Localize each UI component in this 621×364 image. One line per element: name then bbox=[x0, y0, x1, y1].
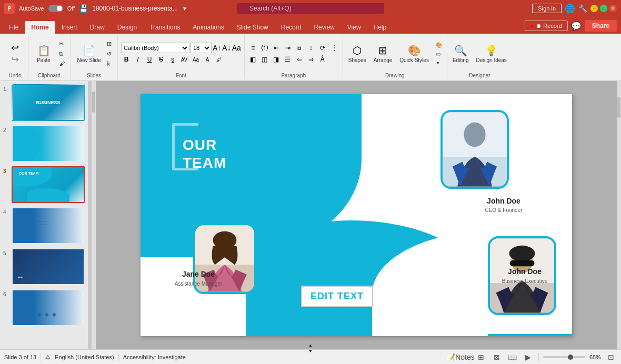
align-right-button[interactable]: ◨ bbox=[271, 54, 282, 65]
font-color-button[interactable]: A bbox=[202, 54, 213, 65]
decrease-indent-button[interactable]: ⇤ bbox=[271, 43, 282, 53]
new-slide-button[interactable]: 📄 New Slide bbox=[75, 43, 103, 65]
slide-scroll-thumb[interactable] bbox=[617, 97, 620, 118]
copy-button[interactable]: ⧉ bbox=[57, 49, 66, 58]
dropdown-arrow[interactable]: ▼ bbox=[182, 6, 187, 12]
shadow-button[interactable]: S̲ bbox=[167, 54, 178, 65]
bullets-button[interactable]: ≡ bbox=[248, 43, 258, 53]
slide-thumb-1[interactable]: 1 BUSINESS bbox=[2, 83, 86, 122]
cut-button[interactable]: ✂ bbox=[57, 39, 66, 48]
increase-indent-button[interactable]: ⇥ bbox=[283, 43, 293, 53]
ribbon-group-font: Calibri (Body) 18 A↑ A↓ Aa B I U S S̲ AV… bbox=[118, 35, 245, 79]
strikethrough-icon: S bbox=[159, 56, 163, 63]
rtl-button[interactable]: ⇐ bbox=[294, 54, 305, 65]
shapes-icon: ⬡ bbox=[353, 44, 362, 57]
record-button[interactable]: ● ⏺ Record bbox=[525, 21, 568, 31]
tab-help[interactable]: Help bbox=[367, 21, 393, 34]
slide-preview-2[interactable] bbox=[12, 125, 85, 162]
edit-text-box[interactable]: EDIT TEXT bbox=[301, 286, 373, 307]
slide-scrollbar[interactable]: ▲ ▼ bbox=[617, 81, 621, 349]
shapes-button[interactable]: ⬡ Shapes bbox=[346, 43, 368, 65]
design-ideas-button[interactable]: 💡 Design Ideas bbox=[474, 43, 508, 65]
shape-effect-button[interactable]: ✦ bbox=[434, 59, 444, 67]
zoom-slider[interactable] bbox=[543, 356, 585, 358]
highlight-button[interactable]: 🖊 bbox=[214, 54, 224, 65]
tab-record[interactable]: Record bbox=[275, 21, 308, 34]
save-icon[interactable]: 💾 bbox=[79, 4, 88, 13]
numbering-button[interactable]: ⑴ bbox=[259, 43, 270, 53]
ltr-button[interactable]: ⇒ bbox=[306, 54, 316, 65]
clear-format-icon[interactable]: Aa bbox=[232, 44, 241, 52]
share-button[interactable]: Share bbox=[585, 20, 617, 32]
bold-button[interactable]: B bbox=[121, 54, 132, 65]
strikethrough-button[interactable]: S bbox=[156, 54, 166, 65]
shape-fill-button[interactable]: 🎨 bbox=[434, 41, 444, 49]
tab-slideshow[interactable]: Slide Show bbox=[231, 21, 275, 34]
justify-button[interactable]: ☰ bbox=[283, 54, 293, 65]
tab-draw[interactable]: Draw bbox=[84, 21, 111, 34]
text-direction-button[interactable]: ⟳ bbox=[317, 43, 328, 53]
scroll-down-arrow[interactable]: ▼ bbox=[308, 349, 313, 353]
tab-review[interactable]: Review bbox=[307, 21, 340, 34]
cols-button[interactable]: ⧈ bbox=[294, 43, 305, 53]
align-left-button[interactable]: ◧ bbox=[248, 54, 258, 65]
quick-styles-button[interactable]: 🎨 Quick Styles bbox=[397, 43, 431, 65]
tab-view[interactable]: View bbox=[341, 21, 367, 34]
arrange-button[interactable]: ⊞ Arrange bbox=[372, 43, 395, 65]
paste-button[interactable]: 📋 Paste bbox=[32, 43, 55, 65]
slide-preview-1[interactable]: BUSINESS bbox=[12, 84, 85, 121]
font-increase-icon[interactable]: A↑ bbox=[213, 44, 221, 52]
align-center-button[interactable]: ◫ bbox=[259, 54, 270, 65]
convert-smartart-button[interactable]: ⋮ bbox=[329, 43, 339, 53]
slide-thumb-3[interactable]: 3 OUR TEAM bbox=[2, 165, 86, 204]
scroll-up-arrow[interactable]: ▲ bbox=[308, 343, 313, 348]
slide-preview-6[interactable]: ◆ ◆ ◆ bbox=[12, 289, 85, 326]
section-button[interactable]: § bbox=[105, 59, 113, 68]
slide-thumb-4[interactable]: 4 — — —— — —— — — bbox=[2, 206, 86, 245]
person1-frame[interactable] bbox=[440, 110, 509, 189]
tab-transitions[interactable]: Transitions bbox=[143, 21, 186, 34]
slide-preview-4[interactable]: — — —— — —— — — bbox=[12, 207, 85, 244]
autosave-toggle[interactable] bbox=[48, 5, 63, 12]
minimize-button[interactable]: − bbox=[590, 5, 598, 12]
search-input[interactable] bbox=[237, 3, 384, 14]
tab-home[interactable]: Home bbox=[25, 21, 55, 34]
layout-button[interactable]: ⊞ bbox=[105, 39, 113, 48]
slide-thumb-2[interactable]: 2 bbox=[2, 124, 86, 163]
char-spacing-button[interactable]: AV bbox=[179, 54, 189, 65]
sidebar-scrollbar[interactable] bbox=[92, 81, 96, 349]
slide-editor[interactable]: OURTEAM Jo bbox=[96, 81, 617, 349]
font-size-select[interactable]: 18 bbox=[191, 43, 212, 53]
maximize-button[interactable]: □ bbox=[600, 5, 607, 12]
slide-canvas[interactable]: OURTEAM Jo bbox=[141, 94, 572, 336]
person3-frame[interactable] bbox=[488, 236, 556, 315]
tab-design[interactable]: Design bbox=[111, 21, 143, 34]
slide-thumb-5[interactable]: 5 ■ ■ bbox=[2, 247, 86, 286]
reset-button[interactable]: ↺ bbox=[105, 49, 113, 58]
tab-insert[interactable]: Insert bbox=[55, 21, 84, 34]
close-button[interactable]: ✕ bbox=[609, 5, 617, 12]
chat-icon[interactable]: 💬 bbox=[571, 21, 582, 31]
edit-text-label: EDIT TEXT bbox=[310, 291, 364, 301]
text-shadow-button[interactable]: Å bbox=[317, 54, 328, 65]
signin-button[interactable]: Sign in bbox=[532, 4, 562, 13]
tab-animations[interactable]: Animations bbox=[186, 21, 230, 34]
font-family-select[interactable]: Calibri (Body) bbox=[121, 43, 189, 53]
editing-button[interactable]: 🔍 Editing bbox=[450, 43, 471, 65]
undo-button[interactable]: ↩ ↪ bbox=[9, 41, 21, 66]
sidebar-scroll-thumb[interactable] bbox=[92, 92, 95, 113]
tab-file[interactable]: File bbox=[2, 21, 25, 34]
underline-button[interactable]: U bbox=[144, 54, 155, 65]
line-spacing-button[interactable]: ↕ bbox=[306, 43, 316, 53]
slide-preview-5[interactable]: ■ ■ bbox=[12, 248, 85, 285]
slide-thumb-6[interactable]: 6 ◆ ◆ ◆ bbox=[2, 288, 86, 327]
zoom-thumb[interactable] bbox=[568, 355, 573, 360]
slide-title[interactable]: OURTEAM bbox=[183, 136, 226, 171]
slide-preview-3-active[interactable]: OUR TEAM bbox=[12, 166, 85, 203]
font-case-button[interactable]: Aa bbox=[191, 54, 201, 65]
font-decrease-icon[interactable]: A↓ bbox=[222, 44, 231, 52]
italic-button[interactable]: I bbox=[133, 54, 143, 65]
shape-outline-button[interactable]: ▭ bbox=[434, 50, 444, 58]
format-painter-button[interactable]: 🖌 bbox=[57, 59, 66, 68]
paste-icon: 📋 bbox=[37, 44, 51, 57]
